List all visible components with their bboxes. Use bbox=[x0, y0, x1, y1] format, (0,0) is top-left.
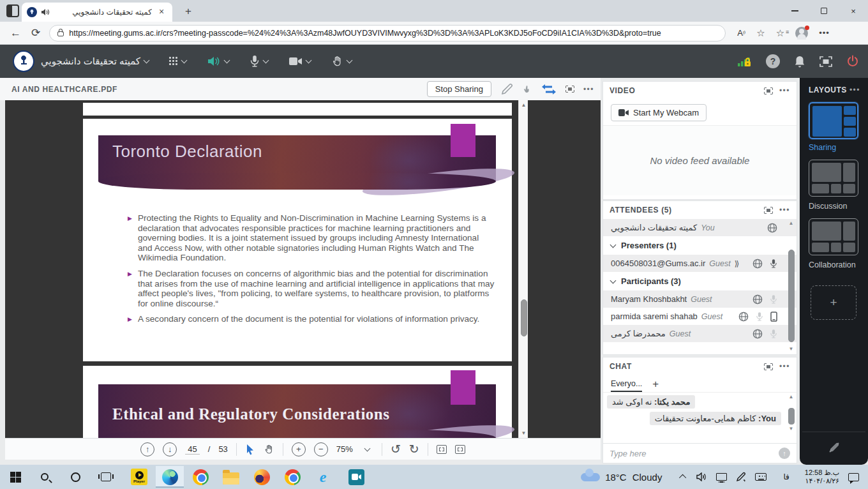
presentation-options-icon[interactable]: ••• bbox=[583, 85, 594, 94]
layout-sharing-thumbnail[interactable] bbox=[809, 102, 858, 139]
hidden-icons-chevron[interactable] bbox=[679, 474, 686, 481]
attendee-row-you[interactable]: كميته تحقيقات دانشجويي You bbox=[603, 219, 797, 236]
notifications-bell-icon[interactable] bbox=[794, 55, 805, 68]
read-aloud-icon[interactable]: Aᵎ⁾ bbox=[737, 28, 745, 38]
scroll-down-icon[interactable]: ▼ bbox=[519, 430, 528, 436]
language-indicator[interactable]: فا bbox=[783, 472, 789, 481]
scrollbar-thumb[interactable] bbox=[788, 250, 795, 342]
fit-page-button[interactable] bbox=[455, 445, 465, 454]
tray-keyboard-icon[interactable] bbox=[755, 473, 767, 481]
layout-sharing-label[interactable]: Sharing bbox=[809, 143, 836, 152]
speaker-menu-button[interactable] bbox=[207, 56, 233, 67]
select-cursor-tool-icon[interactable] bbox=[245, 444, 255, 455]
scroll-up-icon[interactable]: ▲ bbox=[519, 102, 528, 108]
tray-network-icon[interactable] bbox=[716, 473, 727, 481]
redo-button[interactable]: ↻ bbox=[409, 443, 419, 455]
browser-menu-icon[interactable]: ••• bbox=[819, 28, 830, 38]
profile-avatar[interactable] bbox=[795, 27, 808, 40]
chat-fullscreen-icon[interactable] bbox=[764, 363, 773, 370]
annotate-pencil-icon[interactable] bbox=[500, 83, 513, 96]
connection-status-icon[interactable] bbox=[738, 56, 752, 67]
meeting-menu-chevron-icon[interactable] bbox=[144, 57, 150, 64]
taskbar-file-explorer[interactable] bbox=[217, 466, 245, 488]
attendee-row[interactable]: parmida saremi shahab Guest bbox=[603, 308, 797, 325]
microphone-icon[interactable] bbox=[770, 259, 777, 269]
taskbar-firefox-app[interactable] bbox=[248, 466, 276, 488]
scrollbar-thumb[interactable] bbox=[521, 299, 527, 336]
previous-page-button[interactable]: ↑ bbox=[140, 442, 154, 456]
weather-condition[interactable]: Cloudy bbox=[632, 472, 662, 483]
tab-actions-icon[interactable] bbox=[6, 4, 19, 17]
apps-menu-button[interactable] bbox=[169, 57, 190, 66]
address-bar[interactable]: https://meeting.gums.ac.ir/crs?meeting-p… bbox=[49, 25, 726, 41]
favorite-star-icon[interactable]: ☆ bbox=[756, 27, 765, 39]
chat-options-icon[interactable]: ••• bbox=[779, 362, 790, 371]
tab-audio-icon[interactable] bbox=[41, 8, 50, 16]
send-message-icon[interactable]: ↑ bbox=[779, 448, 790, 459]
attendee-row-presenter[interactable]: 0064508031@Gums.ac.ir Guest ⟩⟩ bbox=[603, 255, 797, 272]
taskbar-search-button[interactable] bbox=[31, 466, 59, 488]
window-minimize-button[interactable] bbox=[780, 0, 809, 22]
zoom-level-select[interactable]: 75% bbox=[336, 444, 353, 454]
attendee-row[interactable]: محمدرضا كرمى Guest bbox=[603, 325, 797, 342]
start-webcam-button[interactable]: Start My Webcam bbox=[611, 104, 707, 121]
tab-close-icon[interactable]: × bbox=[156, 6, 167, 18]
pan-hand-tool-icon[interactable] bbox=[264, 444, 274, 455]
layout-discussion-thumbnail[interactable] bbox=[809, 160, 858, 197]
window-maximize-button[interactable] bbox=[809, 0, 839, 22]
scrollbar-thumb[interactable] bbox=[788, 408, 795, 425]
taskbar-capture-app[interactable] bbox=[342, 466, 370, 488]
layouts-options-icon[interactable]: ••• bbox=[849, 86, 860, 94]
taskbar-edge-app[interactable] bbox=[156, 466, 184, 488]
layout-collaboration-thumbnail[interactable] bbox=[809, 218, 858, 255]
add-layout-button[interactable]: + bbox=[811, 285, 857, 320]
pointer-tool-icon[interactable] bbox=[522, 83, 532, 96]
scroll-down-icon[interactable]: ▼ bbox=[787, 426, 795, 432]
scroll-up-icon[interactable]: ▲ bbox=[787, 220, 795, 226]
layout-collaboration-label[interactable]: Collaboration bbox=[809, 260, 856, 269]
taskbar-chrome-app-2[interactable] bbox=[278, 466, 306, 488]
scroll-up-icon[interactable]: ▲ bbox=[787, 394, 795, 400]
weather-cloud-icon[interactable] bbox=[581, 473, 600, 481]
browser-tab[interactable]: كميته تحقيقات دانشجويي × bbox=[22, 3, 172, 22]
taskbar-chrome-app[interactable] bbox=[186, 466, 214, 488]
action-center-icon[interactable] bbox=[848, 473, 859, 481]
swap-presenter-icon[interactable] bbox=[541, 84, 557, 95]
back-button[interactable]: ← bbox=[10, 27, 21, 40]
video-options-icon[interactable]: ••• bbox=[779, 86, 790, 95]
chat-scrollbar[interactable]: ▲ ▼ bbox=[787, 394, 795, 432]
refresh-button[interactable]: ⟳ bbox=[31, 26, 40, 40]
next-page-button[interactable]: ↓ bbox=[163, 442, 177, 456]
add-chat-tab-button[interactable]: + bbox=[652, 378, 659, 392]
window-close-button[interactable]: × bbox=[839, 0, 868, 22]
start-button[interactable] bbox=[1, 466, 29, 488]
document-viewport[interactable]: Toronto Declaration ▶ Protecting the Rig… bbox=[5, 100, 601, 438]
video-fullscreen-icon[interactable] bbox=[764, 87, 773, 94]
microphone-menu-button[interactable] bbox=[250, 55, 272, 68]
tray-pen-icon[interactable] bbox=[736, 472, 746, 482]
participants-group-header[interactable]: Participants (3) bbox=[603, 272, 797, 290]
chat-input[interactable] bbox=[610, 449, 779, 458]
leave-meeting-power-icon[interactable] bbox=[846, 55, 859, 68]
attendee-row[interactable]: Maryam Khoshbakht Guest bbox=[603, 290, 797, 308]
tray-volume-icon[interactable] bbox=[696, 472, 707, 481]
taskbar-player-app[interactable]: Player bbox=[125, 466, 153, 488]
webcam-menu-button[interactable] bbox=[288, 56, 315, 66]
zoom-in-button[interactable]: + bbox=[292, 442, 306, 456]
raise-hand-menu-button[interactable] bbox=[331, 55, 355, 68]
zoom-chevron-icon[interactable] bbox=[364, 445, 370, 451]
attendees-scrollbar[interactable]: ▲ ▼ bbox=[787, 220, 795, 352]
layout-discussion-label[interactable]: Discussion bbox=[809, 202, 847, 211]
taskbar-clock[interactable]: 12:58 ب.ظ ۱۴۰۴/۰۸/۲۶ bbox=[805, 469, 839, 485]
presenters-group-header[interactable]: Presenters (1) bbox=[603, 236, 797, 255]
attendees-fullscreen-icon[interactable] bbox=[764, 207, 773, 214]
undo-button[interactable]: ↺ bbox=[391, 443, 401, 455]
new-tab-button[interactable]: + bbox=[181, 4, 195, 19]
fullscreen-icon[interactable] bbox=[819, 56, 832, 67]
weather-temperature[interactable]: 18°C bbox=[605, 472, 627, 483]
attendees-options-icon[interactable]: ••• bbox=[779, 206, 790, 214]
annotations-disabled-icon[interactable] bbox=[828, 441, 841, 454]
chat-tab-everyone[interactable]: Everyo... bbox=[611, 379, 642, 392]
taskbar-internet-explorer[interactable]: e bbox=[309, 466, 337, 488]
cortana-button[interactable] bbox=[61, 466, 89, 488]
